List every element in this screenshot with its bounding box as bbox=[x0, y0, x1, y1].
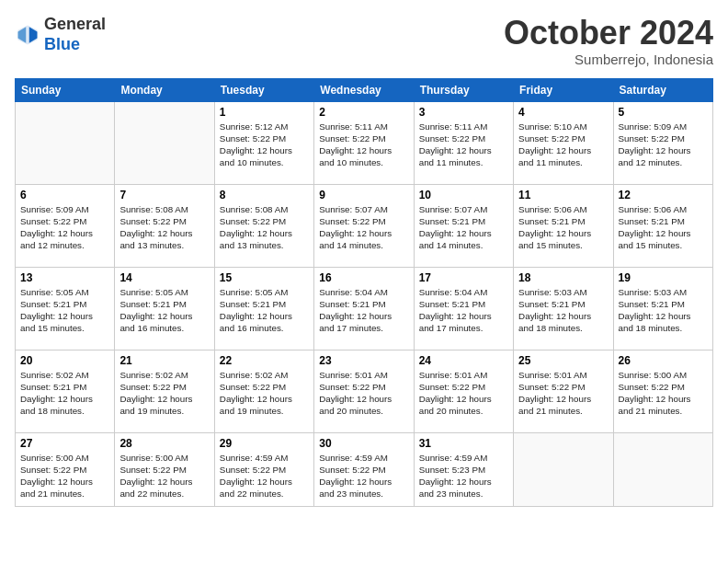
calendar-header-friday: Friday bbox=[514, 78, 613, 101]
calendar-cell: 1Sunrise: 5:12 AM Sunset: 5:22 PM Daylig… bbox=[214, 101, 313, 184]
day-info: Sunrise: 4:59 AM Sunset: 5:23 PM Dayligh… bbox=[419, 452, 508, 500]
day-number: 25 bbox=[518, 354, 608, 367]
day-info: Sunrise: 5:08 AM Sunset: 5:22 PM Dayligh… bbox=[220, 203, 309, 252]
calendar-cell: 28Sunrise: 5:00 AM Sunset: 5:22 PM Dayli… bbox=[115, 432, 214, 506]
calendar-cell: 31Sunrise: 4:59 AM Sunset: 5:23 PM Dayli… bbox=[414, 432, 513, 506]
logo: General Blue bbox=[15, 15, 106, 54]
day-info: Sunrise: 5:05 AM Sunset: 5:21 PM Dayligh… bbox=[220, 286, 309, 335]
day-info: Sunrise: 5:09 AM Sunset: 5:22 PM Dayligh… bbox=[20, 203, 109, 252]
calendar-cell: 10Sunrise: 5:07 AM Sunset: 5:21 PM Dayli… bbox=[414, 184, 513, 267]
calendar-header-sunday: Sunday bbox=[16, 78, 115, 101]
day-number: 6 bbox=[20, 189, 109, 201]
calendar-week-row: 20Sunrise: 5:02 AM Sunset: 5:21 PM Dayli… bbox=[16, 350, 713, 432]
calendar-week-row: 6Sunrise: 5:09 AM Sunset: 5:22 PM Daylig… bbox=[16, 184, 713, 267]
day-info: Sunrise: 5:00 AM Sunset: 5:22 PM Dayligh… bbox=[119, 452, 209, 500]
calendar-cell: 25Sunrise: 5:01 AM Sunset: 5:22 PM Dayli… bbox=[514, 350, 613, 432]
calendar-cell: 14Sunrise: 5:05 AM Sunset: 5:21 PM Dayli… bbox=[115, 267, 214, 350]
day-info: Sunrise: 5:05 AM Sunset: 5:21 PM Dayligh… bbox=[119, 286, 209, 335]
day-number: 19 bbox=[619, 271, 708, 284]
day-info: Sunrise: 5:02 AM Sunset: 5:21 PM Dayligh… bbox=[20, 369, 109, 418]
day-info: Sunrise: 5:07 AM Sunset: 5:22 PM Dayligh… bbox=[319, 203, 408, 252]
title-block: October 2024 Sumberrejo, Indonesia bbox=[504, 15, 713, 67]
day-number: 20 bbox=[20, 354, 109, 367]
day-number: 27 bbox=[20, 437, 109, 450]
calendar-header-tuesday: Tuesday bbox=[214, 78, 313, 101]
day-number: 24 bbox=[419, 354, 508, 367]
day-info: Sunrise: 4:59 AM Sunset: 5:22 PM Dayligh… bbox=[319, 452, 408, 500]
calendar-cell: 23Sunrise: 5:01 AM Sunset: 5:22 PM Dayli… bbox=[314, 350, 414, 432]
calendar-table: SundayMondayTuesdayWednesdayThursdayFrid… bbox=[15, 78, 713, 507]
day-info: Sunrise: 5:01 AM Sunset: 5:22 PM Dayligh… bbox=[518, 369, 608, 418]
day-info: Sunrise: 5:03 AM Sunset: 5:21 PM Dayligh… bbox=[518, 286, 608, 335]
month-title: October 2024 bbox=[504, 15, 713, 52]
day-info: Sunrise: 5:03 AM Sunset: 5:21 PM Dayligh… bbox=[619, 286, 708, 335]
calendar-header-thursday: Thursday bbox=[414, 78, 513, 101]
calendar-cell: 26Sunrise: 5:00 AM Sunset: 5:22 PM Dayli… bbox=[613, 350, 712, 432]
day-info: Sunrise: 5:01 AM Sunset: 5:22 PM Dayligh… bbox=[319, 369, 408, 418]
calendar-cell: 15Sunrise: 5:05 AM Sunset: 5:21 PM Dayli… bbox=[214, 267, 313, 350]
day-info: Sunrise: 5:04 AM Sunset: 5:21 PM Dayligh… bbox=[319, 286, 408, 335]
calendar-cell: 29Sunrise: 4:59 AM Sunset: 5:22 PM Dayli… bbox=[214, 432, 313, 506]
day-info: Sunrise: 5:06 AM Sunset: 5:21 PM Dayligh… bbox=[619, 203, 708, 252]
day-number: 8 bbox=[220, 189, 309, 201]
day-info: Sunrise: 5:02 AM Sunset: 5:22 PM Dayligh… bbox=[220, 369, 309, 418]
day-info: Sunrise: 5:00 AM Sunset: 5:22 PM Dayligh… bbox=[20, 452, 109, 500]
day-info: Sunrise: 5:08 AM Sunset: 5:22 PM Dayligh… bbox=[119, 203, 209, 252]
calendar-cell: 12Sunrise: 5:06 AM Sunset: 5:21 PM Dayli… bbox=[613, 184, 712, 267]
calendar-cell: 8Sunrise: 5:08 AM Sunset: 5:22 PM Daylig… bbox=[214, 184, 313, 267]
day-number: 30 bbox=[319, 437, 408, 450]
calendar-cell: 17Sunrise: 5:04 AM Sunset: 5:21 PM Dayli… bbox=[414, 267, 513, 350]
day-number: 4 bbox=[518, 106, 608, 119]
day-number: 13 bbox=[20, 271, 109, 284]
day-number: 23 bbox=[319, 354, 408, 367]
calendar-cell: 9Sunrise: 5:07 AM Sunset: 5:22 PM Daylig… bbox=[314, 184, 414, 267]
day-info: Sunrise: 5:00 AM Sunset: 5:22 PM Dayligh… bbox=[619, 369, 708, 418]
calendar-cell: 13Sunrise: 5:05 AM Sunset: 5:21 PM Dayli… bbox=[16, 267, 115, 350]
day-info: Sunrise: 5:12 AM Sunset: 5:22 PM Dayligh… bbox=[220, 121, 309, 169]
day-number: 3 bbox=[419, 106, 508, 119]
day-number: 5 bbox=[619, 106, 708, 119]
calendar-cell: 2Sunrise: 5:11 AM Sunset: 5:22 PM Daylig… bbox=[314, 101, 414, 184]
calendar-week-row: 1Sunrise: 5:12 AM Sunset: 5:22 PM Daylig… bbox=[16, 101, 713, 184]
day-number: 31 bbox=[419, 437, 508, 450]
calendar-cell: 3Sunrise: 5:11 AM Sunset: 5:22 PM Daylig… bbox=[414, 101, 513, 184]
calendar-cell bbox=[115, 101, 214, 184]
calendar-cell: 5Sunrise: 5:09 AM Sunset: 5:22 PM Daylig… bbox=[613, 101, 712, 184]
page-header: General Blue October 2024 Sumberrejo, In… bbox=[15, 15, 713, 67]
day-number: 22 bbox=[220, 354, 309, 367]
calendar-cell bbox=[613, 432, 712, 506]
calendar-cell: 27Sunrise: 5:00 AM Sunset: 5:22 PM Dayli… bbox=[16, 432, 115, 506]
day-info: Sunrise: 5:09 AM Sunset: 5:22 PM Dayligh… bbox=[619, 121, 708, 169]
day-number: 12 bbox=[619, 189, 708, 201]
calendar-cell: 7Sunrise: 5:08 AM Sunset: 5:22 PM Daylig… bbox=[115, 184, 214, 267]
day-info: Sunrise: 5:10 AM Sunset: 5:22 PM Dayligh… bbox=[518, 121, 608, 169]
day-number: 10 bbox=[419, 189, 508, 201]
day-number: 21 bbox=[119, 354, 209, 367]
day-info: Sunrise: 5:07 AM Sunset: 5:21 PM Dayligh… bbox=[419, 203, 508, 252]
day-number: 11 bbox=[518, 189, 608, 201]
calendar-header-wednesday: Wednesday bbox=[314, 78, 414, 101]
logo-icon bbox=[15, 22, 40, 48]
day-info: Sunrise: 5:11 AM Sunset: 5:22 PM Dayligh… bbox=[319, 121, 408, 169]
day-info: Sunrise: 5:06 AM Sunset: 5:21 PM Dayligh… bbox=[518, 203, 608, 252]
day-number: 17 bbox=[419, 271, 508, 284]
calendar-cell: 4Sunrise: 5:10 AM Sunset: 5:22 PM Daylig… bbox=[514, 101, 613, 184]
calendar-header-row: SundayMondayTuesdayWednesdayThursdayFrid… bbox=[16, 78, 713, 101]
day-info: Sunrise: 5:05 AM Sunset: 5:21 PM Dayligh… bbox=[20, 286, 109, 335]
day-number: 9 bbox=[319, 189, 408, 201]
calendar-header-monday: Monday bbox=[115, 78, 214, 101]
day-number: 29 bbox=[220, 437, 309, 450]
calendar-week-row: 27Sunrise: 5:00 AM Sunset: 5:22 PM Dayli… bbox=[16, 432, 713, 506]
day-info: Sunrise: 5:11 AM Sunset: 5:22 PM Dayligh… bbox=[419, 121, 508, 169]
day-number: 15 bbox=[220, 271, 309, 284]
calendar-cell: 21Sunrise: 5:02 AM Sunset: 5:22 PM Dayli… bbox=[115, 350, 214, 432]
day-info: Sunrise: 5:01 AM Sunset: 5:22 PM Dayligh… bbox=[419, 369, 508, 418]
calendar-cell: 30Sunrise: 4:59 AM Sunset: 5:22 PM Dayli… bbox=[314, 432, 414, 506]
day-info: Sunrise: 5:04 AM Sunset: 5:21 PM Dayligh… bbox=[419, 286, 508, 335]
calendar-cell: 6Sunrise: 5:09 AM Sunset: 5:22 PM Daylig… bbox=[16, 184, 115, 267]
day-number: 7 bbox=[119, 189, 209, 201]
calendar-cell: 18Sunrise: 5:03 AM Sunset: 5:21 PM Dayli… bbox=[514, 267, 613, 350]
day-info: Sunrise: 4:59 AM Sunset: 5:22 PM Dayligh… bbox=[220, 452, 309, 500]
logo-text: General Blue bbox=[44, 15, 106, 54]
calendar-cell: 24Sunrise: 5:01 AM Sunset: 5:22 PM Dayli… bbox=[414, 350, 513, 432]
